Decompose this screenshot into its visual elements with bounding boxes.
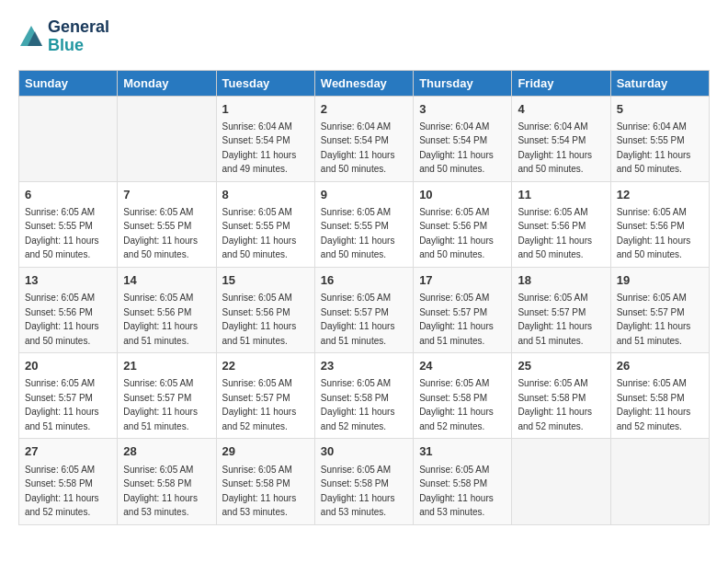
day-of-week-header: Tuesday (216, 70, 314, 96)
day-info: Sunrise: 6:05 AMSunset: 5:55 PMDaylight:… (123, 207, 198, 260)
calendar-day-cell: 25Sunrise: 6:05 AMSunset: 5:58 PMDayligh… (512, 353, 610, 439)
day-number: 19 (617, 272, 703, 289)
day-info: Sunrise: 6:05 AMSunset: 5:58 PMDaylight:… (518, 378, 592, 431)
day-info: Sunrise: 6:05 AMSunset: 5:56 PMDaylight:… (518, 207, 592, 260)
calendar-day-cell: 3Sunrise: 6:04 AMSunset: 5:54 PMDaylight… (414, 96, 512, 181)
day-info: Sunrise: 6:05 AMSunset: 5:58 PMDaylight:… (321, 465, 395, 518)
day-of-week-header: Monday (118, 70, 216, 96)
calendar-day-cell: 29Sunrise: 6:05 AMSunset: 5:58 PMDayligh… (216, 439, 314, 524)
day-number: 14 (123, 272, 210, 289)
day-info: Sunrise: 6:04 AMSunset: 5:55 PMDaylight:… (617, 121, 691, 175)
day-info: Sunrise: 6:05 AMSunset: 5:57 PMDaylight:… (321, 293, 395, 346)
calendar-day-cell: 16Sunrise: 6:05 AMSunset: 5:57 PMDayligh… (314, 267, 413, 352)
calendar-day-cell: 5Sunrise: 6:04 AMSunset: 5:55 PMDaylight… (610, 96, 709, 181)
day-number: 8 (222, 187, 309, 203)
logo: GeneralBlue (18, 18, 109, 55)
day-of-week-header: Friday (512, 70, 610, 96)
day-number: 20 (25, 358, 111, 374)
calendar-day-cell: 23Sunrise: 6:05 AMSunset: 5:58 PMDayligh… (314, 353, 413, 439)
day-of-week-header: Saturday (610, 70, 709, 96)
day-number: 24 (419, 358, 506, 374)
day-number: 30 (321, 443, 407, 460)
day-info: Sunrise: 6:05 AMSunset: 5:55 PMDaylight:… (25, 207, 99, 260)
calendar-day-cell: 19Sunrise: 6:05 AMSunset: 5:57 PMDayligh… (610, 267, 709, 352)
day-info: Sunrise: 6:05 AMSunset: 5:57 PMDaylight:… (222, 378, 297, 431)
day-number: 10 (419, 187, 506, 203)
day-number: 27 (25, 443, 111, 460)
day-number: 18 (518, 272, 604, 289)
day-info: Sunrise: 6:05 AMSunset: 5:58 PMDaylight:… (419, 465, 494, 518)
day-number: 2 (321, 101, 407, 118)
calendar-day-cell (19, 96, 118, 181)
day-info: Sunrise: 6:04 AMSunset: 5:54 PMDaylight:… (518, 121, 592, 175)
calendar-day-cell (118, 96, 216, 181)
day-info: Sunrise: 6:05 AMSunset: 5:57 PMDaylight:… (419, 293, 494, 346)
day-number: 16 (321, 272, 407, 289)
calendar-day-cell: 4Sunrise: 6:04 AMSunset: 5:54 PMDaylight… (512, 96, 610, 181)
calendar-day-cell: 13Sunrise: 6:05 AMSunset: 5:56 PMDayligh… (19, 267, 118, 352)
calendar-day-cell: 6Sunrise: 6:05 AMSunset: 5:55 PMDaylight… (19, 181, 118, 267)
day-number: 29 (222, 443, 309, 460)
calendar-day-cell: 15Sunrise: 6:05 AMSunset: 5:56 PMDayligh… (216, 267, 314, 352)
day-info: Sunrise: 6:04 AMSunset: 5:54 PMDaylight:… (321, 121, 395, 175)
calendar-day-cell: 30Sunrise: 6:05 AMSunset: 5:58 PMDayligh… (314, 439, 413, 524)
day-of-week-header: Wednesday (314, 70, 413, 96)
page-header: GeneralBlue (18, 18, 710, 55)
day-number: 1 (222, 101, 309, 118)
day-number: 6 (25, 187, 111, 203)
day-number: 5 (617, 101, 703, 118)
day-info: Sunrise: 6:05 AMSunset: 5:56 PMDaylight:… (222, 293, 297, 346)
calendar-day-cell: 27Sunrise: 6:05 AMSunset: 5:58 PMDayligh… (19, 439, 118, 524)
calendar-day-cell: 7Sunrise: 6:05 AMSunset: 5:55 PMDaylight… (118, 181, 216, 267)
day-number: 15 (222, 272, 309, 289)
day-info: Sunrise: 6:05 AMSunset: 5:57 PMDaylight:… (518, 293, 592, 346)
day-info: Sunrise: 6:05 AMSunset: 5:57 PMDaylight:… (617, 293, 691, 346)
day-number: 11 (518, 187, 604, 203)
day-info: Sunrise: 6:05 AMSunset: 5:55 PMDaylight:… (222, 207, 297, 260)
day-number: 21 (123, 358, 210, 374)
day-number: 25 (518, 358, 604, 374)
logo-icon (18, 24, 44, 50)
calendar-week-row: 6Sunrise: 6:05 AMSunset: 5:55 PMDaylight… (19, 181, 710, 267)
calendar-week-row: 1Sunrise: 6:04 AMSunset: 5:54 PMDaylight… (19, 96, 710, 181)
calendar-day-cell: 24Sunrise: 6:05 AMSunset: 5:58 PMDayligh… (414, 353, 512, 439)
calendar-table: SundayMondayTuesdayWednesdayThursdayFrid… (18, 70, 710, 525)
calendar-day-cell: 14Sunrise: 6:05 AMSunset: 5:56 PMDayligh… (118, 267, 216, 352)
calendar-header-row: SundayMondayTuesdayWednesdayThursdayFrid… (19, 70, 710, 96)
day-of-week-header: Thursday (414, 70, 512, 96)
calendar-day-cell: 11Sunrise: 6:05 AMSunset: 5:56 PMDayligh… (512, 181, 610, 267)
logo-line1: GeneralBlue (48, 18, 109, 55)
calendar-day-cell: 9Sunrise: 6:05 AMSunset: 5:55 PMDaylight… (314, 181, 413, 267)
day-info: Sunrise: 6:05 AMSunset: 5:56 PMDaylight:… (25, 293, 99, 346)
calendar-day-cell: 20Sunrise: 6:05 AMSunset: 5:57 PMDayligh… (19, 353, 118, 439)
calendar-day-cell: 8Sunrise: 6:05 AMSunset: 5:55 PMDaylight… (216, 181, 314, 267)
day-info: Sunrise: 6:04 AMSunset: 5:54 PMDaylight:… (419, 121, 494, 175)
calendar-day-cell: 26Sunrise: 6:05 AMSunset: 5:58 PMDayligh… (610, 353, 709, 439)
day-info: Sunrise: 6:05 AMSunset: 5:58 PMDaylight:… (222, 465, 297, 518)
calendar-day-cell (610, 439, 709, 524)
calendar-day-cell: 10Sunrise: 6:05 AMSunset: 5:56 PMDayligh… (414, 181, 512, 267)
calendar-week-row: 13Sunrise: 6:05 AMSunset: 5:56 PMDayligh… (19, 267, 710, 352)
calendar-day-cell: 17Sunrise: 6:05 AMSunset: 5:57 PMDayligh… (414, 267, 512, 352)
day-number: 3 (419, 101, 506, 118)
day-number: 12 (617, 187, 703, 203)
calendar-day-cell: 21Sunrise: 6:05 AMSunset: 5:57 PMDayligh… (118, 353, 216, 439)
calendar-day-cell: 31Sunrise: 6:05 AMSunset: 5:58 PMDayligh… (414, 439, 512, 524)
day-number: 31 (419, 443, 506, 460)
day-number: 7 (123, 187, 210, 203)
day-info: Sunrise: 6:05 AMSunset: 5:58 PMDaylight:… (321, 378, 395, 431)
day-number: 13 (25, 272, 111, 289)
day-info: Sunrise: 6:05 AMSunset: 5:58 PMDaylight:… (25, 465, 99, 518)
calendar-day-cell: 1Sunrise: 6:04 AMSunset: 5:54 PMDaylight… (216, 96, 314, 181)
calendar-day-cell (512, 439, 610, 524)
day-number: 17 (419, 272, 506, 289)
day-info: Sunrise: 6:05 AMSunset: 5:56 PMDaylight:… (617, 207, 691, 260)
day-number: 28 (123, 443, 210, 460)
day-number: 4 (518, 101, 604, 118)
day-number: 26 (617, 358, 703, 374)
calendar-day-cell: 18Sunrise: 6:05 AMSunset: 5:57 PMDayligh… (512, 267, 610, 352)
calendar-week-row: 20Sunrise: 6:05 AMSunset: 5:57 PMDayligh… (19, 353, 710, 439)
calendar-day-cell: 12Sunrise: 6:05 AMSunset: 5:56 PMDayligh… (610, 181, 709, 267)
day-info: Sunrise: 6:05 AMSunset: 5:58 PMDaylight:… (123, 465, 198, 518)
day-info: Sunrise: 6:05 AMSunset: 5:55 PMDaylight:… (321, 207, 395, 260)
